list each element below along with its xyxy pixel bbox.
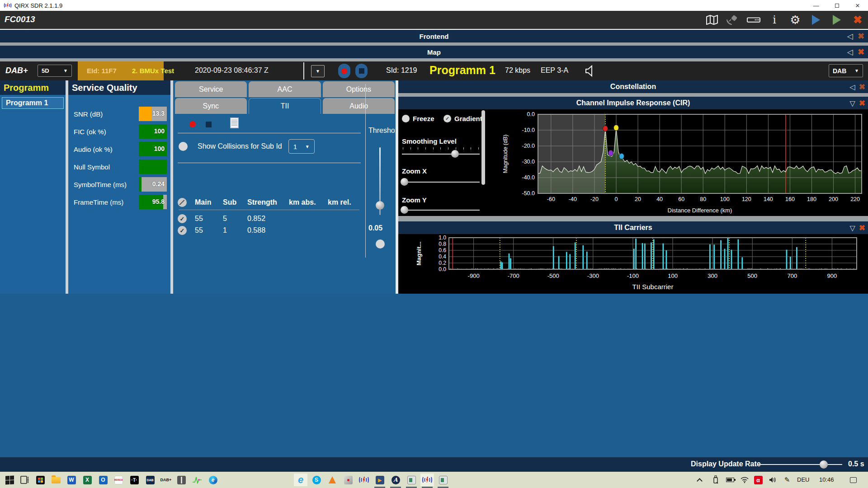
edge-icon[interactable]: e <box>206 474 220 486</box>
smoothing-slider-thumb[interactable] <box>451 150 459 158</box>
t-systems-icon[interactable]: ·T· <box>127 474 141 486</box>
collapse-down-icon[interactable]: ▽ <box>849 224 855 232</box>
signal-tool-icon[interactable] <box>175 474 188 486</box>
update-rate-slider-thumb[interactable] <box>820 460 828 469</box>
update-rate-slider[interactable] <box>759 464 842 465</box>
usb-icon[interactable] <box>709 474 722 486</box>
close-device-icon[interactable]: ✖ <box>851 13 864 27</box>
volume-icon[interactable] <box>766 474 779 486</box>
tab-options[interactable]: Options <box>323 81 395 97</box>
tii-carriers-panel-bar[interactable]: TII Carriers ▽✖ <box>398 221 868 234</box>
tii-log-icon[interactable] <box>230 117 239 128</box>
show-collisions-radio[interactable] <box>179 142 188 151</box>
freeze-radio-icon[interactable] <box>402 115 410 122</box>
cir-controls-scrollbar[interactable] <box>481 110 485 185</box>
table-row[interactable]: ✓ 55 5 0.852 <box>178 214 363 223</box>
receiver-icon[interactable] <box>747 13 760 27</box>
maximize-button[interactable] <box>826 0 847 11</box>
app-window-icon[interactable] <box>436 474 450 486</box>
audio-device-dropdown[interactable]: ▼ <box>311 65 325 77</box>
gradient-check-icon[interactable]: ✓ <box>443 115 451 122</box>
tab-tii[interactable]: TII <box>249 98 321 114</box>
pen-icon[interactable]: ✎ <box>780 474 794 486</box>
cir-panel-bar[interactable]: Channel Impulse Response (CIR) ▽✖ <box>398 97 868 109</box>
excel-icon[interactable]: X <box>80 474 94 486</box>
close-panel-icon[interactable]: ✖ <box>859 83 865 91</box>
close-button[interactable]: ✕ <box>847 0 868 11</box>
select-all-icon[interactable] <box>178 198 187 207</box>
close-panel-icon[interactable]: ✖ <box>859 99 865 107</box>
gradient-control[interactable]: ✓ Gradient <box>443 115 482 122</box>
minimize-button[interactable]: — <box>806 0 826 11</box>
close-panel-icon[interactable]: ✖ <box>859 224 865 232</box>
task-view-icon[interactable] <box>18 474 32 486</box>
file-explorer-icon[interactable] <box>49 474 63 486</box>
qirx-icon[interactable] <box>357 474 371 486</box>
info-icon[interactable]: i <box>768 13 781 27</box>
waveform-tool-icon[interactable] <box>190 474 204 486</box>
start-button[interactable] <box>3 474 16 486</box>
speaker-icon[interactable] <box>584 65 596 77</box>
avira-icon[interactable]: α <box>751 474 765 486</box>
media-player-icon[interactable]: ▶ <box>373 474 387 486</box>
threshold-slider[interactable] <box>379 147 381 215</box>
expand-left-icon[interactable]: ◁ <box>847 47 853 57</box>
tii-stop-button[interactable] <box>206 122 212 127</box>
tii-record-button[interactable] <box>189 121 196 127</box>
qirx-active-icon[interactable] <box>420 474 434 486</box>
play-primary-icon[interactable] <box>809 13 823 27</box>
map-icon[interactable] <box>705 13 719 27</box>
word-icon[interactable]: W <box>65 474 78 486</box>
close-panel-icon[interactable]: ✖ <box>858 48 864 56</box>
outlook-icon[interactable]: O <box>96 474 110 486</box>
expand-left-icon[interactable]: ◁ <box>847 32 853 41</box>
row-checked-icon[interactable]: ✓ <box>178 214 187 223</box>
table-row[interactable]: ✓ 55 1 0.588 <box>178 226 363 235</box>
store-icon[interactable] <box>33 474 47 486</box>
settings-icon[interactable]: ⚙ <box>788 13 802 27</box>
expand-left-icon[interactable]: ◁ <box>849 83 855 91</box>
zoomx-slider[interactable] <box>402 182 480 183</box>
map-panel-bar[interactable]: Map ◁✖ <box>0 46 868 58</box>
dab-plus-icon[interactable]: DAB+ <box>159 474 173 486</box>
standard-select[interactable]: DAB▼ <box>829 64 863 77</box>
row-checked-icon[interactable]: ✓ <box>178 226 187 235</box>
satellite-icon[interactable] <box>726 13 740 27</box>
program-list-item[interactable]: Programm 1 <box>2 97 64 109</box>
wifi-icon[interactable] <box>738 474 751 486</box>
battery-icon[interactable] <box>723 474 737 486</box>
smoothing-slider[interactable] <box>402 154 480 155</box>
subid-dropdown[interactable]: 1▼ <box>288 139 315 154</box>
zoomy-slider-thumb[interactable] <box>401 206 408 214</box>
bosch-icon[interactable]: BOSCH <box>112 474 125 486</box>
tab-sync[interactable]: Sync <box>175 98 247 114</box>
language-indicator[interactable]: DEU <box>797 476 809 483</box>
sq-row-symboltime: SymbolTime (ms) 0.24 <box>68 177 170 192</box>
internet-explorer-icon[interactable]: e <box>294 474 307 486</box>
skype-icon[interactable]: S <box>310 474 323 486</box>
collapse-down-icon[interactable]: ▽ <box>849 99 855 108</box>
close-panel-icon[interactable]: ✖ <box>858 32 864 40</box>
dab-radio-icon[interactable]: DAB <box>143 474 157 486</box>
threshold-radio[interactable] <box>376 239 385 249</box>
threshold-slider-thumb[interactable] <box>376 201 384 210</box>
scanner-icon[interactable] <box>341 474 355 486</box>
play-secondary-icon[interactable] <box>830 13 844 27</box>
stop-button[interactable] <box>355 64 368 78</box>
app-window-icon[interactable] <box>405 474 418 486</box>
action-center-icon[interactable] <box>846 474 860 486</box>
vlc-icon[interactable] <box>326 474 339 486</box>
channel-select[interactable]: 5D▼ <box>38 65 72 77</box>
freeze-control[interactable]: Freeze <box>402 115 434 122</box>
zoomx-slider-thumb[interactable] <box>401 178 408 186</box>
audio-app-icon[interactable]: A <box>389 474 402 486</box>
tray-chevron-icon[interactable] <box>693 474 706 486</box>
clock[interactable]: 10:46 <box>819 476 834 483</box>
constellation-panel-bar[interactable]: Constellation ◁✖ <box>398 80 868 93</box>
frontend-panel-bar[interactable]: Frontend ◁✖ <box>0 30 868 42</box>
tab-audio[interactable]: Audio <box>323 98 395 114</box>
zoomy-slider[interactable] <box>402 210 480 211</box>
tab-aac[interactable]: AAC <box>249 81 321 97</box>
tab-service[interactable]: Service <box>175 81 247 97</box>
record-button[interactable] <box>338 64 350 78</box>
